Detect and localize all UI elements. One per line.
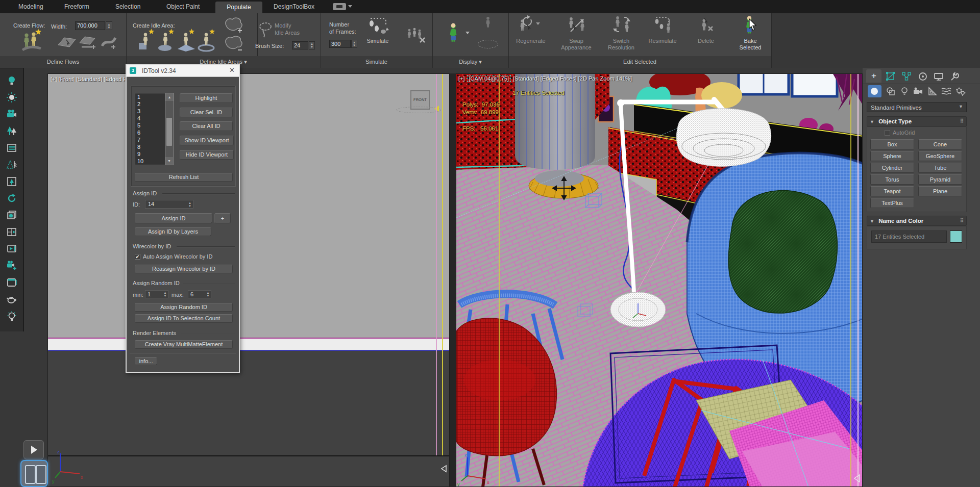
cylinder-button[interactable]: Cylinder — [870, 163, 914, 173]
plane-button[interactable]: Plane — [918, 186, 962, 196]
utilities-tab-icon[interactable] — [949, 71, 960, 82]
viewport-shading-label[interactable]: [Standard] [Edged Faces] [2D Pan Zoom 14… — [513, 75, 632, 82]
hide-id-viewport-button[interactable]: Hide ID Viewport — [180, 150, 234, 160]
box-button[interactable]: Box — [870, 139, 914, 149]
width-input[interactable]: 700.000 — [75, 21, 105, 30]
geosphere-button[interactable]: GeoSphere — [918, 151, 962, 161]
tab-designtoolbox[interactable]: DesignToolBox — [274, 0, 314, 13]
light-icon[interactable] — [6, 75, 17, 86]
player-icon[interactable] — [6, 243, 17, 254]
sphere-button[interactable]: Sphere — [870, 151, 914, 161]
modify-tab-icon[interactable] — [886, 71, 896, 82]
list-item[interactable]: 3 — [135, 108, 165, 115]
edit-selected-group-label[interactable]: Edit Selected — [508, 56, 771, 68]
viewport-play-icon[interactable] — [6, 226, 17, 238]
frames-spinner[interactable]: ▲▼ — [351, 40, 357, 48]
left-viewport-label[interactable]: [+] [Front] [Standard] [Edged Faces] — [51, 76, 127, 82]
brush-size-input[interactable]: 24 — [292, 41, 308, 49]
list-item[interactable]: 2 — [135, 100, 165, 108]
cone-button[interactable]: Cone — [918, 139, 962, 149]
list-scrollbar[interactable]: ▲ ▼ — [165, 93, 174, 165]
viewport-divider[interactable] — [450, 73, 456, 487]
left-viewport[interactable]: [+] [Front] [Standard] [Edged Faces] FRO… — [47, 73, 450, 487]
tab-populate[interactable]: Populate — [215, 2, 262, 13]
close-icon[interactable]: ✕ — [229, 66, 235, 74]
chevron-down-icon[interactable] — [348, 5, 352, 8]
ribbon-media-button[interactable] — [333, 3, 346, 10]
create-tab[interactable]: + — [866, 69, 881, 83]
motion-tab-icon[interactable] — [918, 71, 928, 82]
list-item[interactable]: 8 — [135, 143, 165, 150]
systems-category-icon[interactable] — [955, 87, 966, 96]
refresh-list-button[interactable]: Refresh List — [135, 173, 233, 182]
shapes-category-icon[interactable] — [886, 87, 895, 96]
idle-seated-icon[interactable] — [137, 29, 156, 52]
simulate-group-label[interactable]: Simulate — [321, 56, 432, 68]
scroll-down-icon[interactable]: ▼ — [165, 157, 173, 165]
scatter-icon[interactable] — [6, 159, 17, 170]
clear-all-id-button[interactable]: Clear All ID — [180, 121, 233, 131]
flow-surface-icon[interactable] — [57, 34, 77, 50]
tab-modeling[interactable]: Modeling — [18, 0, 43, 13]
cameras-category-icon[interactable] — [913, 87, 923, 96]
define-flows-label[interactable]: Define Flows — [0, 56, 126, 68]
object-type-rollout[interactable]: ▼ Object Type ⠿ — [867, 116, 967, 126]
viewport-layout-button[interactable] — [20, 460, 48, 487]
info-button[interactable]: info... — [135, 357, 157, 365]
viewport-nav-marker-icon[interactable] — [440, 465, 447, 473]
right-viewport[interactable]: z y x [+] [CAM 04@0.75] [Standard] [Edge… — [456, 73, 863, 487]
tab-freeform[interactable]: Freeform — [64, 0, 89, 13]
display-tab-icon[interactable] — [934, 71, 944, 82]
torus-button[interactable]: Torus — [870, 174, 914, 185]
scroll-up-icon[interactable]: ▲ — [165, 93, 174, 101]
idtool-titlebar[interactable]: 3 IDTool v2.34 ✕ — [127, 65, 239, 77]
idle-blob-icon[interactable] — [157, 29, 176, 52]
bulb-dots-icon[interactable] — [6, 311, 17, 322]
auto-assign-checkbox[interactable]: ✔ — [135, 254, 140, 260]
tube-button[interactable]: Tube — [918, 163, 962, 173]
list-item[interactable]: 4 — [135, 115, 165, 122]
list-item[interactable]: 9 — [135, 150, 165, 158]
pyramid-button[interactable]: Pyramid — [918, 174, 962, 185]
idle-ring-icon[interactable] — [197, 29, 217, 52]
display-group-label[interactable]: Display ▾ — [432, 56, 508, 68]
layers-icon[interactable] — [6, 210, 17, 221]
list-item[interactable]: 10 — [135, 158, 165, 165]
bake-selected-button-2[interactable]: Selected — [732, 44, 769, 50]
simulate-button[interactable]: Simulate — [357, 38, 398, 44]
modify-idle-label-2[interactable]: Idle Areas — [275, 30, 300, 36]
scroll-thumb[interactable] — [166, 118, 172, 146]
modify-idle-icon[interactable] — [258, 21, 273, 39]
max-input[interactable]: 6 ▲▼ — [188, 290, 211, 298]
object-color-swatch[interactable] — [950, 230, 962, 243]
frames-input[interactable]: 300 — [329, 40, 351, 48]
idle-area-add-icon[interactable] — [223, 15, 244, 34]
textplus-button[interactable]: TextPlus — [870, 198, 914, 208]
assign-id-by-layers-button[interactable]: Assign ID by Layers — [135, 227, 211, 236]
flow-surface-add-icon[interactable] — [79, 34, 98, 50]
rollout-grip-icon[interactable]: ⠿ — [960, 216, 964, 225]
list-item[interactable]: 5 — [135, 122, 165, 129]
idle-area-subtract-icon[interactable] — [223, 35, 244, 53]
assign-id-plus-button[interactable]: + — [214, 213, 231, 223]
tab-object-paint[interactable]: Object Paint — [166, 0, 200, 13]
id-listbox[interactable]: 1 2 3 4 5 6 7 8 9 10 — [135, 93, 165, 165]
display-person-icon[interactable] — [446, 21, 460, 45]
tree-frame-icon[interactable] — [6, 176, 17, 187]
create-vray-multimatte-button[interactable]: Create Vray MultiMatteElement — [135, 340, 233, 349]
right-viewport-label[interactable]: [+] [CAM 04@0.75] [Standard] [Edged Face… — [458, 75, 632, 82]
play-button[interactable] — [23, 440, 44, 459]
display-dropdown-icon[interactable] — [465, 32, 470, 34]
helpers-category-icon[interactable] — [928, 87, 937, 96]
idle-mat-icon[interactable] — [177, 29, 196, 52]
autogrid-checkbox[interactable] — [885, 130, 890, 136]
tab-selection[interactable]: Selection — [115, 0, 140, 13]
create-flow-icon[interactable] — [20, 29, 43, 53]
rollout-grip-icon[interactable]: ⠿ — [960, 117, 964, 126]
list-icon[interactable] — [6, 142, 17, 153]
primitives-dropdown[interactable]: Standard Primitives ▼ — [867, 102, 967, 112]
lights-category-icon[interactable] — [900, 87, 909, 96]
sun-icon[interactable] — [6, 92, 17, 103]
max-spinner[interactable]: ▲▼ — [205, 291, 211, 298]
viewport-camera-name[interactable]: [CAM 04@0.75] — [467, 75, 511, 82]
